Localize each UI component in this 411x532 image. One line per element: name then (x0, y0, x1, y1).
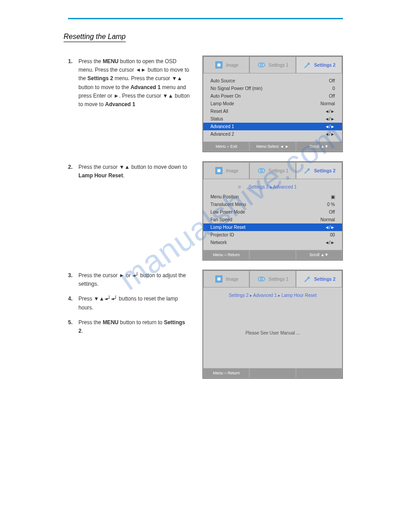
tab-image[interactable]: Image (203, 162, 249, 179)
gear-icon (257, 275, 266, 283)
osd-body: Auto SourceOff No Signal Power Off (min)… (203, 73, 342, 142)
osd-body: Settings 2 ▸ Advanced 1 ▸ Lamp Hour Rese… (203, 287, 342, 368)
breadcrumb: Settings 2 ▸ Advanced 1 ▸ Lamp Hour Rese… (209, 291, 337, 301)
menu-row: Low Power ModeOff (209, 208, 337, 216)
enter-key-icon: ◄┘ (132, 272, 138, 279)
menu-row: Menu Position▣ (209, 193, 337, 201)
image-icon (214, 60, 223, 69)
footer-empty (249, 250, 295, 260)
enter-key-icon: ◄┘◄┘ (104, 296, 117, 302)
footer-menu-exit[interactable]: Menu = Exit (203, 142, 249, 151)
step-number: 2. (68, 163, 77, 172)
svg-point-11 (261, 277, 265, 281)
svg-point-1 (217, 63, 220, 66)
gear-icon (257, 60, 266, 69)
steps-3-5: 3. Press the cursor ► or ◄┘ button to ad… (68, 270, 193, 379)
gear-icon (257, 166, 266, 175)
osd-body: Settings 2 ▸ Advanced 1 Menu Position▣ T… (203, 179, 342, 250)
tab-image[interactable]: Image (203, 56, 249, 73)
tab-settings2[interactable]: Settings 2 (296, 270, 342, 287)
header-rule (68, 18, 343, 19)
section-title: Resetting the Lamp (64, 33, 126, 42)
svg-point-5 (217, 169, 220, 172)
menu-row: Advanced 2◄/► (209, 130, 337, 138)
wrench-icon (302, 60, 311, 69)
step-2: 2. Press the cursor ▼▲ button to move do… (68, 161, 193, 261)
menu-row: Status◄/► (209, 115, 337, 123)
menu-row: Reset All◄/► (209, 107, 337, 115)
menu-row: Translucent Menu0 % (209, 201, 337, 208)
osd-panel-lamp-reset: Image Settings 1 Settings 2 Settings 2 ▸… (202, 270, 343, 379)
tab-settings2[interactable]: Settings 2 (296, 56, 342, 73)
tab-image[interactable]: Image (203, 270, 249, 287)
breadcrumb: Settings 2 ▸ Advanced 1 (209, 183, 337, 193)
wrench-icon (302, 275, 311, 283)
osd-panel-advanced1: Image Settings 1 Settings 2 Settings 2 ▸… (202, 161, 343, 261)
menu-row: Network◄/► (209, 239, 337, 246)
tab-settings1[interactable]: Settings 1 (249, 162, 295, 179)
step-number: 4. (68, 295, 77, 303)
menu-row: Lamp ModeNormal (209, 100, 337, 107)
image-icon (214, 275, 223, 283)
footer-menu-return[interactable]: Menu = Return (203, 250, 249, 260)
osd-message: Please See User Manual ... (209, 301, 337, 365)
svg-point-7 (261, 169, 265, 173)
menu-row: Auto SourceOff (209, 77, 337, 85)
footer-menu-return[interactable]: Menu = Return (203, 368, 249, 378)
menu-row-advanced1[interactable]: Advanced 1◄/► (203, 123, 342, 130)
footer-menu-select[interactable]: Menu Select ◄ ► (249, 142, 295, 151)
tab-settings1[interactable]: Settings 1 (249, 270, 295, 287)
footer-scroll[interactable]: Scroll ▲▼ (296, 142, 342, 151)
menu-row: Auto Power OnOff (209, 92, 337, 100)
tab-settings2[interactable]: Settings 2 (296, 162, 342, 179)
step-number: 3. (68, 271, 77, 280)
image-icon (214, 166, 223, 175)
step-number: 5. (68, 318, 77, 327)
tab-settings1[interactable]: Settings 1 (249, 56, 295, 73)
menu-row: No Signal Power Off (min)0 (209, 85, 337, 92)
osd-panel-settings2: Image Settings 1 Settings 2 Auto SourceO… (202, 56, 343, 152)
step-number: 1. (68, 57, 77, 66)
step-1: 1. Press the MENU button to open the OSD… (68, 56, 193, 152)
wrench-icon (302, 166, 311, 175)
svg-point-9 (217, 277, 220, 280)
footer-empty (249, 368, 295, 378)
footer-scroll[interactable]: Scroll ▲▼ (296, 250, 342, 260)
menu-row-lamp-hour-reset[interactable]: Lamp Hour Reset◄/► (203, 223, 342, 231)
footer-empty (296, 368, 342, 378)
menu-row: Projector ID00 (209, 231, 337, 239)
svg-point-3 (261, 63, 265, 67)
menu-row: Fan SpeedNormal (209, 216, 337, 223)
